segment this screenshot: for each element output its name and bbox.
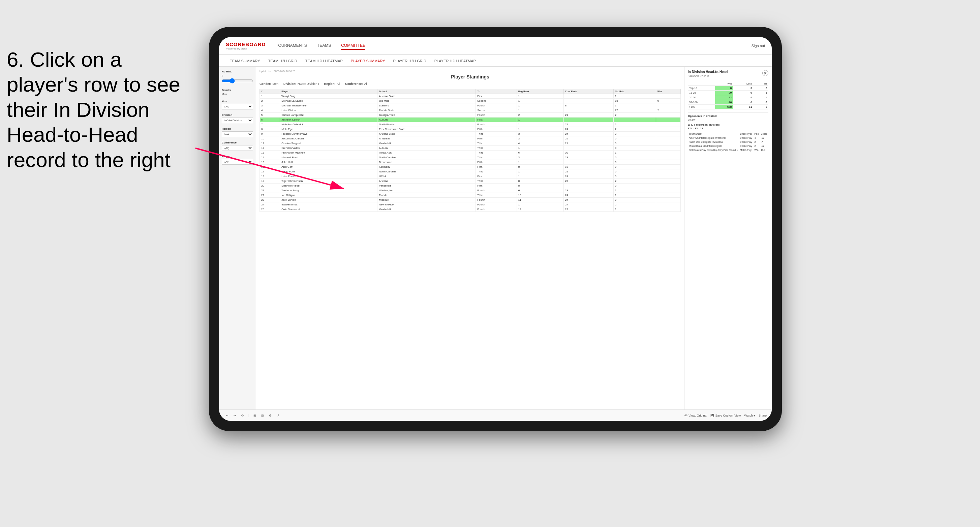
sidebar-conference-select[interactable]: (All) xyxy=(222,145,253,151)
close-button[interactable]: × xyxy=(762,70,768,76)
table-row[interactable]: 23 Jack Lundin Missouri Fourth 11 24 0 xyxy=(260,198,681,202)
tournament-row: Amer Am Intercollegiate Invitational Str… xyxy=(688,136,768,140)
table-row[interactable]: 8 Mats Ege East Tennessee State Fifth 1 … xyxy=(260,127,681,132)
right-panel: In Division Head-to-Head Jackson Koivun … xyxy=(684,67,772,410)
cell-school: Missouri xyxy=(377,198,476,202)
cell-win: 2 xyxy=(656,108,680,113)
table-row[interactable]: 19 Tiger Christensen Arizona Third 8 23 … xyxy=(260,179,681,184)
table-row[interactable]: 1 Wenyi Ding Arizona State First 1 1 xyxy=(260,94,681,98)
h2h-cell-tie: 3 xyxy=(753,100,768,105)
cell-rank: 2 xyxy=(260,98,280,103)
copy-button[interactable]: ⊞ xyxy=(252,413,258,418)
cell-rank: 17 xyxy=(260,169,280,174)
save-custom-label: Save Custom View xyxy=(715,414,741,417)
sub-nav-team-summary[interactable]: TEAM SUMMARY xyxy=(226,56,264,66)
table-row[interactable]: 2 Michael La Sasso Ole Miss Second 1 18 … xyxy=(260,98,681,103)
update-time: Update time: 27/03/2024 16:56:26 xyxy=(259,70,681,72)
no-rds-slider[interactable] xyxy=(222,78,253,84)
table-row[interactable]: 11 Gordon Sargent Vanderbilt Third 4 21 … xyxy=(260,141,681,146)
cell-school: Arizona State xyxy=(377,94,476,98)
sub-nav-team-h2h-grid[interactable]: TEAM H2H GRID xyxy=(264,56,301,66)
share-button[interactable]: Share xyxy=(759,414,767,417)
main-content: No Rds. 6 Gender Men Year (All) Division xyxy=(219,67,772,410)
table-row[interactable]: 17 David Ford North Carolina Third 1 21 … xyxy=(260,169,681,174)
table-row[interactable]: 16 Alex Goff Kentucky Fifth 8 19 0 xyxy=(260,165,681,169)
sidebar-label-region: Region xyxy=(222,127,253,130)
col-player: Player xyxy=(280,89,377,94)
undo-button[interactable]: ↩ xyxy=(224,413,230,418)
table-row[interactable]: 20 Matthew Riedel Vanderbilt Fifth 8 0 xyxy=(260,184,681,188)
sign-out-button[interactable]: Sign out xyxy=(751,44,765,48)
h2h-row: 51-100 46 6 3 xyxy=(688,100,768,105)
cell-reg-rank: 6 xyxy=(517,188,563,193)
table-row[interactable]: 3 Michael Thorbjornsen Stanford Fourth 1… xyxy=(260,103,681,108)
cell-win xyxy=(656,198,680,202)
cell-player: Brendan Valles xyxy=(280,146,377,151)
table-row[interactable]: 14 Maxwell Ford North Carolina Third 3 2… xyxy=(260,155,681,160)
cell-yr: Fourth xyxy=(476,103,517,108)
table-row[interactable]: 6 Jackson Koivun Auburn First 1 xyxy=(260,117,681,122)
cell-rank: 12 xyxy=(260,146,280,151)
cell-no-rds: 0 xyxy=(613,141,656,146)
table-row[interactable]: 5 Christo Lamprecht Georgia Tech Fourth … xyxy=(260,113,681,117)
h2h-cell-label: >100 xyxy=(688,105,715,110)
cell-conf-rank xyxy=(563,160,613,165)
cell-school: Vanderbilt xyxy=(377,184,476,188)
cell-no-rds: 0 xyxy=(613,155,656,160)
cell-rank: 18 xyxy=(260,174,280,179)
paste-button[interactable]: ⊟ xyxy=(259,413,266,418)
save-custom-button[interactable]: 💾 Save Custom View xyxy=(710,414,741,417)
sidebar-region-select[interactable]: N/A xyxy=(222,131,253,137)
cell-player: Ian Gilligan xyxy=(280,193,377,198)
cell-yr: Third xyxy=(476,141,517,146)
cell-player: Michael Thorbjornsen xyxy=(280,103,377,108)
sub-nav-player-h2h-grid[interactable]: PLAYER H2H GRID xyxy=(389,56,430,66)
h2h-cell-win: 578 xyxy=(715,105,733,110)
nav-item-teams[interactable]: TEAMS xyxy=(317,42,331,50)
nav-item-committee[interactable]: COMMITTEE xyxy=(341,42,365,50)
table-row[interactable]: 4 Luke Claton Florida State Second 1 27 … xyxy=(260,108,681,113)
nav-item-tournaments[interactable]: TOURNAMENTS xyxy=(276,42,307,50)
cell-player: Jake Hall xyxy=(280,160,377,165)
cell-rank: 22 xyxy=(260,193,280,198)
table-row[interactable]: 18 Luke Powell UCLA First 1 24 0 xyxy=(260,174,681,179)
table-row[interactable]: 22 Ian Gilligan Florida Third 10 24 1 xyxy=(260,193,681,198)
cell-win xyxy=(656,94,680,98)
sidebar-player-select[interactable]: (All) xyxy=(222,159,253,165)
sub-nav-player-summary[interactable]: PLAYER SUMMARY xyxy=(347,56,389,66)
cell-conf-rank: 19 xyxy=(563,165,613,169)
cell-conf-rank: 25 xyxy=(563,137,613,141)
filter-division-label: Division: xyxy=(283,82,296,86)
table-row[interactable]: 15 Jake Hall Tennessee Fifth 1 0 xyxy=(260,160,681,165)
forward-button[interactable]: ⟳ xyxy=(240,413,246,418)
cell-player: Phichakun Maichon xyxy=(280,151,377,155)
t-cell-score: -7 xyxy=(760,140,768,144)
cell-school: Vanderbilt xyxy=(377,207,476,212)
watch-button[interactable]: Watch ▾ xyxy=(744,414,755,417)
h2h-cell-label: 26-50 xyxy=(688,95,715,100)
filter-gender-value: Men xyxy=(273,82,279,86)
cell-no-rds: 1 xyxy=(613,207,656,212)
refresh-button[interactable]: ↺ xyxy=(275,413,281,418)
cell-no-rds: 0 xyxy=(613,146,656,151)
cell-yr: Third xyxy=(476,193,517,198)
table-row[interactable]: 7 Nicholas Gabrelck North Florida Fourth… xyxy=(260,122,681,127)
table-row[interactable]: 24 Bastien Amat New Mexico Fourth 1 27 2 xyxy=(260,202,681,207)
cell-school: Tennessee xyxy=(377,160,476,165)
table-row[interactable]: 12 Brendan Valles Auburn Third 1 0 xyxy=(260,146,681,151)
sub-nav-team-h2h-heatmap[interactable]: TEAM H2H HEATMAP xyxy=(301,56,347,66)
cell-yr: Fifth xyxy=(476,127,517,132)
table-row[interactable]: 25 Cole Sherwood Vanderbilt Fourth 12 23… xyxy=(260,207,681,212)
redo-button[interactable]: ↪ xyxy=(232,413,238,418)
table-row[interactable]: 9 Preston Summerhays Arizona State Third… xyxy=(260,132,681,137)
table-row[interactable]: 10 Jacob Max Olesen Arkansas Fifth 3 25 … xyxy=(260,137,681,141)
table-row[interactable]: 13 Phichakun Maichon Texas A&M Third 6 3… xyxy=(260,151,681,155)
view-original-button[interactable]: 👁 View: Original xyxy=(684,414,707,417)
wlt-row: 98.1% xyxy=(688,118,768,121)
sidebar-year-select[interactable]: (All) xyxy=(222,104,253,110)
sidebar-division-select[interactable]: NCAA Division I xyxy=(222,117,253,123)
h2h-row: 11-25 20 9 5 xyxy=(688,90,768,95)
settings-button[interactable]: ⚙ xyxy=(267,413,273,418)
table-row[interactable]: 21 Taehoon Song Washington Fourth 6 23 1 xyxy=(260,188,681,193)
sub-nav-player-h2h-heatmap[interactable]: PLAYER H2H HEATMAP xyxy=(430,56,480,66)
